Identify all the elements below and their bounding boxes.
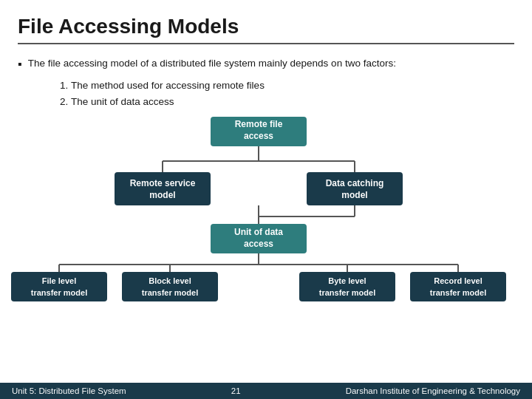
svg-text:Block level: Block level	[149, 276, 191, 285]
svg-text:model: model	[341, 190, 367, 200]
bullet-text: The file accessing model of a distribute…	[28, 56, 396, 71]
svg-text:Remote file: Remote file	[235, 119, 283, 129]
bullet-marker: ▪	[18, 55, 22, 73]
list-item-2: The unit of data access	[71, 94, 514, 110]
list-item-1: The method used for accessing remote fil…	[71, 78, 514, 94]
slide: File Accessing Models ▪ The file accessi…	[0, 0, 532, 399]
svg-text:model: model	[149, 190, 175, 200]
slide-title: File Accessing Models	[18, 15, 514, 44]
footer-left: Unit 5: Distributed File System	[12, 386, 126, 395]
svg-text:Byte level: Byte level	[328, 276, 366, 285]
svg-text:Record level: Record level	[434, 276, 482, 285]
svg-text:transfer model: transfer model	[31, 288, 87, 297]
main-bullet: ▪ The file accessing model of a distribu…	[18, 56, 514, 73]
svg-text:transfer model: transfer model	[142, 288, 198, 297]
svg-text:transfer model: transfer model	[430, 288, 486, 297]
svg-text:Unit of data: Unit of data	[234, 227, 283, 237]
diagram-svg: Remote file access Remote service model …	[15, 117, 517, 279]
slide-content: ▪ The file accessing model of a distribu…	[18, 49, 514, 399]
svg-text:Remote service: Remote service	[130, 178, 196, 188]
svg-rect-7	[115, 172, 211, 205]
diagram: Remote file access Remote service model …	[18, 117, 514, 279]
footer: Unit 5: Distributed File System 21 Darsh…	[0, 383, 532, 399]
svg-text:transfer model: transfer model	[319, 288, 375, 297]
svg-text:access: access	[244, 131, 273, 141]
svg-text:File level: File level	[42, 276, 76, 285]
svg-rect-10	[307, 172, 403, 205]
footer-right: Darshan Institute of Engineering & Techn…	[346, 386, 520, 395]
svg-text:Data catching: Data catching	[326, 178, 384, 188]
numbered-list: The method used for accessing remote fil…	[56, 78, 514, 109]
svg-text:access: access	[244, 239, 273, 249]
footer-center: 21	[231, 386, 241, 395]
